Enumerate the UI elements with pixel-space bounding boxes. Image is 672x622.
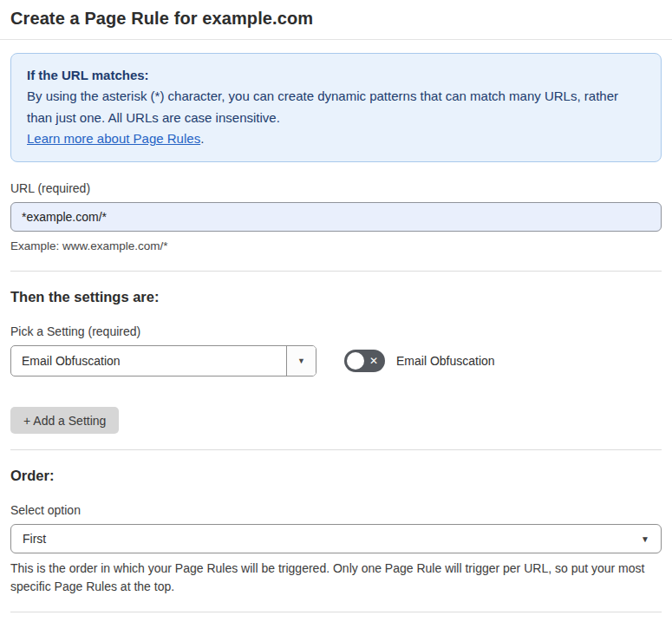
toggle-knob: [347, 352, 364, 370]
url-input[interactable]: [10, 202, 662, 232]
create-page-rule-form: Create a Page Rule for example.com If th…: [0, 0, 672, 622]
link-period: .: [200, 131, 204, 146]
pick-setting-label: Pick a Setting (required): [10, 324, 662, 338]
setting-select[interactable]: Email Obfuscation ▼: [10, 345, 316, 376]
divider: [10, 612, 662, 612]
url-match-info-box: If the URL matches: By using the asteris…: [10, 53, 662, 162]
url-helper-text: Example: www.example.com/*: [10, 238, 662, 255]
divider: [10, 449, 662, 450]
page-header: Create a Page Rule for example.com: [0, 0, 672, 40]
page-title: Create a Page Rule for example.com: [10, 9, 662, 29]
add-setting-button[interactable]: + Add a Setting: [10, 407, 119, 434]
url-label: URL (required): [10, 181, 662, 195]
setting-select-value: Email Obfuscation: [11, 354, 286, 368]
chevron-down-icon: ▼: [297, 357, 305, 365]
setting-row: Email Obfuscation ▼ ✕ Email Obfuscation: [10, 345, 662, 376]
info-box-heading: If the URL matches:: [27, 65, 645, 86]
order-section-heading: Order:: [10, 468, 662, 484]
order-select-label: Select option: [10, 503, 662, 517]
toggle-off-x-icon: ✕: [369, 356, 378, 366]
order-helper-text: This is the order in which your Page Rul…: [10, 560, 662, 596]
chevron-down-icon: ▼: [641, 534, 649, 544]
email-obfuscation-toggle[interactable]: ✕: [344, 350, 385, 372]
divider: [10, 271, 662, 272]
settings-section-heading: Then the settings are:: [10, 289, 662, 305]
learn-more-link[interactable]: Learn more about Page Rules: [27, 131, 200, 146]
info-box-body: By using the asterisk (*) character, you…: [27, 86, 645, 128]
info-box-link-line: Learn more about Page Rules.: [27, 128, 645, 149]
form-content: If the URL matches: By using the asteris…: [0, 53, 672, 622]
toggle-label: Email Obfuscation: [396, 354, 495, 368]
order-select-value: First: [11, 532, 661, 546]
toggle-group: ✕ Email Obfuscation: [344, 350, 495, 372]
order-select[interactable]: First ▼: [10, 524, 662, 553]
setting-select-arrow-button[interactable]: ▼: [286, 346, 316, 376]
